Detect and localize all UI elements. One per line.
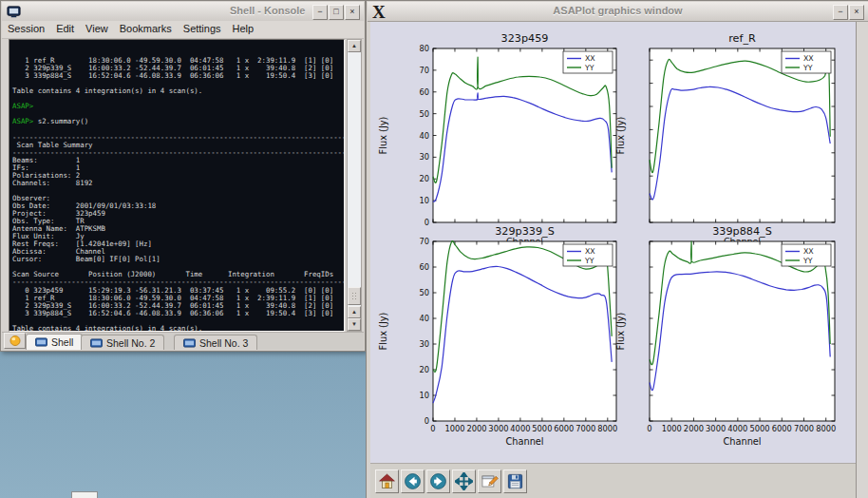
maximize-button[interactable]: □ — [329, 5, 344, 20]
menu-view[interactable]: View — [80, 21, 114, 34]
shell-tab-icon — [90, 338, 103, 348]
y-tick-label: 0 — [425, 416, 429, 426]
terminal-line — [12, 95, 344, 103]
tab-shell-no-2[interactable]: Shell No. 2 — [81, 335, 164, 350]
legend-label: XX — [803, 247, 814, 256]
x-axis-label: Channel — [505, 436, 543, 447]
y-tick-label: 40 — [419, 314, 429, 323]
legend-label: XX — [803, 54, 814, 63]
scrollbar-thumb[interactable] — [348, 287, 361, 305]
tab-shell[interactable]: Shell — [26, 334, 83, 350]
subplot-title: ref_R — [728, 32, 756, 45]
y-axis-label: Flux (Jy) — [615, 313, 626, 351]
close-button[interactable]: × — [345, 5, 360, 20]
save-button[interactable] — [503, 469, 527, 493]
terminal[interactable]: 1 ref_R 18:30:06.0 -49.59.30.0 04:47:58 … — [9, 39, 345, 332]
forward-icon — [429, 472, 447, 490]
y-tick-label: 10 — [419, 196, 429, 205]
legend-label: YY — [802, 257, 813, 265]
scroll-down-icon[interactable]: ▼ — [348, 318, 361, 331]
scroll-up-icon[interactable]: ▲ — [348, 306, 361, 318]
new-session-icon — [9, 335, 22, 347]
konsole-titlebar[interactable]: Shell - Konsole −□× — [2, 2, 364, 22]
x-tick-label: 7000 — [794, 424, 814, 433]
x-tick-label: 2000 — [684, 424, 704, 433]
x-tick-label: 3000 — [706, 424, 726, 433]
y-tick-label: 30 — [419, 152, 429, 162]
asaplot-right-frame — [856, 22, 868, 498]
x-axis-label: Channel — [723, 436, 761, 447]
close-button[interactable]: × — [849, 5, 864, 20]
asaplot-titlebar[interactable]: X ASAPlot graphics window −× — [368, 2, 868, 22]
x-tick-label: 0 — [647, 424, 651, 433]
terminal-line: Channels: 8192 — [12, 180, 344, 187]
y-tick-label: 60 — [419, 262, 429, 272]
y-tick-label: 40 — [419, 131, 429, 141]
legend-label: YY — [802, 64, 813, 72]
back-button[interactable] — [401, 469, 425, 493]
y-tick-label: 30 — [419, 339, 429, 349]
background-window-peek — [71, 491, 98, 498]
back-icon — [404, 472, 422, 490]
x-tick-label: 1000 — [662, 424, 682, 433]
figure[interactable]: Channel01020304050607080323p459Flux (Jy)… — [370, 22, 856, 463]
menu-help[interactable]: Help — [227, 21, 260, 34]
y-axis-label: Flux (Jy) — [378, 117, 388, 155]
y-axis-label: Flux (Jy) — [378, 313, 388, 351]
menu-bookmarks[interactable]: Bookmarks — [114, 21, 178, 34]
terminal-scrollbar[interactable]: ▲ ▲ ▼ — [347, 39, 362, 332]
minimize-button[interactable]: − — [312, 5, 328, 20]
x-tick-label: 5000 — [750, 424, 770, 433]
asaplot-window: X ASAPlot graphics window −× Channel0102… — [366, 0, 868, 498]
terminal-line: 3 339p884_S 16:52:04.6 -46.08.33.9 06:36… — [12, 72, 344, 80]
x-tick-label: 6000 — [772, 424, 792, 433]
tab-label: Shell No. 2 — [106, 337, 155, 349]
pan-icon — [455, 472, 473, 490]
y-tick-label: 50 — [419, 288, 429, 297]
subplot-title: 339p884_S — [712, 225, 772, 238]
tab-label: Shell — [51, 336, 73, 348]
forward-button[interactable] — [426, 469, 450, 493]
legend-label: XX — [585, 247, 595, 256]
menu-edit[interactable]: Edit — [50, 21, 80, 34]
konsole-menu-bar: SessionEditViewBookmarksSettingsHelp — [2, 21, 364, 39]
save-icon — [506, 472, 524, 490]
konsole-app-icon — [7, 5, 21, 19]
x-tick-label: 2000 — [466, 424, 486, 433]
terminal-line: ASAP> s2.summary() — [12, 118, 344, 125]
konsole-window-title: Shell - Konsole — [230, 5, 305, 16]
konsole-window: Shell - Konsole −□× SessionEditViewBookm… — [0, 0, 366, 352]
x-tick-label: 6000 — [554, 424, 574, 433]
terminal-text: 1 ref_R 18:30:06.0 -49.59.30.0 04:47:58 … — [12, 57, 344, 332]
x-tick-label: 8000 — [597, 424, 617, 433]
pan-button[interactable] — [452, 469, 476, 493]
terminal-line — [12, 187, 344, 195]
menu-settings[interactable]: Settings — [178, 21, 227, 34]
subplot-323p459: Channel01020304050607080323p459Flux (Jy)… — [378, 32, 616, 246]
terminal-line: Cursor: Beam[0] IF[0] Pol[1] — [12, 256, 344, 263]
subplot-config-button[interactable] — [478, 469, 501, 493]
x-tick-label: 7000 — [576, 424, 595, 433]
figure-canvas[interactable]: Channel01020304050607080323p459Flux (Jy)… — [370, 22, 856, 463]
tab-shell-no-3[interactable]: Shell No. 3 — [174, 335, 257, 350]
legend-label: YY — [584, 64, 594, 72]
x-tick-label: 0 — [430, 424, 435, 433]
home-button[interactable] — [375, 469, 399, 493]
new-session-button[interactable] — [4, 333, 26, 349]
subplot-ref_R: Channelref_RFlux (Jy)XXYY — [615, 32, 835, 246]
home-icon — [378, 472, 396, 490]
x-tick-label: 3000 — [488, 424, 508, 433]
terminal-line: 3 339p884_S 16:52:04.6 -46.08.33.9 06:36… — [12, 310, 344, 317]
y-tick-label: 0 — [425, 218, 429, 227]
subplot-title: 329p339_S — [495, 225, 555, 238]
terminal-line: Table contains 4 integration(s) in 4 sca… — [12, 87, 344, 95]
terminal-line: Table contains 4 integration(s) in 4 sca… — [12, 325, 344, 332]
edit-icon — [481, 472, 499, 490]
x11-app-icon: X — [372, 2, 386, 22]
konsole-tab-bar: ShellShell No. 2Shell No. 3 — [2, 332, 364, 350]
shell-tab-icon — [35, 337, 47, 347]
scroll-up-icon[interactable]: ▲ — [348, 40, 361, 52]
minimize-button[interactable]: − — [833, 5, 848, 20]
menu-session[interactable]: Session — [2, 21, 50, 34]
y-tick-label: 20 — [419, 365, 429, 374]
